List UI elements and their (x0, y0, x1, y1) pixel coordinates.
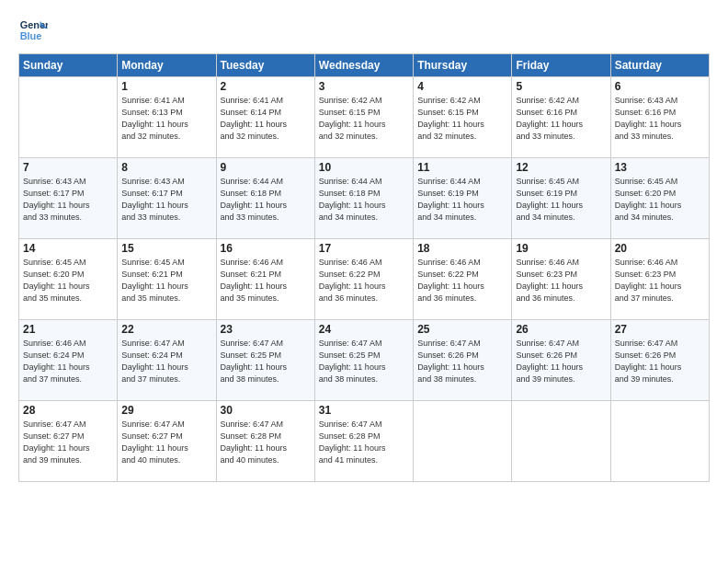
svg-text:General: General (20, 19, 48, 30)
day-info: Sunrise: 6:46 AM Sunset: 6:23 PM Dayligh… (516, 257, 606, 304)
day-number: 2 (221, 80, 311, 93)
calendar-cell: 24Sunrise: 6:47 AM Sunset: 6:25 PM Dayli… (314, 320, 413, 401)
day-info: Sunrise: 6:46 AM Sunset: 6:21 PM Dayligh… (221, 257, 311, 304)
day-info: Sunrise: 6:42 AM Sunset: 6:16 PM Dayligh… (516, 95, 606, 143)
logo: General Blue (18, 15, 51, 44)
calendar-cell: 8Sunrise: 6:43 AM Sunset: 6:17 PM Daylig… (118, 158, 216, 239)
day-info: Sunrise: 6:47 AM Sunset: 6:26 PM Dayligh… (417, 338, 507, 385)
day-number: 15 (121, 242, 211, 255)
header-cell-thursday: Thursday (414, 54, 512, 77)
calendar-cell: 22Sunrise: 6:47 AM Sunset: 6:24 PM Dayli… (118, 320, 216, 401)
day-info: Sunrise: 6:42 AM Sunset: 6:15 PM Dayligh… (417, 95, 507, 143)
day-number: 30 (221, 404, 311, 417)
day-info: Sunrise: 6:43 AM Sunset: 6:16 PM Dayligh… (615, 95, 705, 143)
day-info: Sunrise: 6:47 AM Sunset: 6:28 PM Dayligh… (221, 419, 311, 466)
calendar-cell: 26Sunrise: 6:47 AM Sunset: 6:26 PM Dayli… (512, 320, 610, 401)
calendar-cell (512, 401, 610, 482)
calendar-cell: 6Sunrise: 6:43 AM Sunset: 6:16 PM Daylig… (610, 77, 709, 158)
day-info: Sunrise: 6:47 AM Sunset: 6:25 PM Dayligh… (319, 338, 409, 385)
calendar-cell: 30Sunrise: 6:47 AM Sunset: 6:28 PM Dayli… (216, 401, 314, 482)
calendar-cell: 11Sunrise: 6:44 AM Sunset: 6:19 PM Dayli… (414, 158, 512, 239)
header-cell-saturday: Saturday (610, 54, 709, 77)
day-number: 23 (221, 323, 311, 336)
calendar-cell: 29Sunrise: 6:47 AM Sunset: 6:27 PM Dayli… (118, 401, 216, 482)
day-info: Sunrise: 6:42 AM Sunset: 6:15 PM Dayligh… (319, 95, 409, 143)
day-number: 12 (516, 161, 606, 174)
header-cell-sunday: Sunday (19, 54, 118, 77)
day-number: 29 (121, 404, 211, 417)
day-number: 28 (23, 404, 113, 417)
day-info: Sunrise: 6:44 AM Sunset: 6:18 PM Dayligh… (221, 176, 311, 224)
calendar-cell: 27Sunrise: 6:47 AM Sunset: 6:26 PM Dayli… (610, 320, 709, 401)
day-info: Sunrise: 6:45 AM Sunset: 6:19 PM Dayligh… (516, 176, 606, 224)
calendar-table: SundayMondayTuesdayWednesdayThursdayFrid… (18, 53, 710, 482)
day-info: Sunrise: 6:41 AM Sunset: 6:14 PM Dayligh… (221, 95, 311, 143)
day-number: 21 (23, 323, 113, 336)
day-number: 25 (417, 323, 507, 336)
calendar-cell: 7Sunrise: 6:43 AM Sunset: 6:17 PM Daylig… (19, 158, 118, 239)
day-number: 16 (221, 242, 311, 255)
day-number: 11 (417, 161, 507, 174)
day-info: Sunrise: 6:45 AM Sunset: 6:20 PM Dayligh… (23, 257, 113, 304)
calendar-cell: 4Sunrise: 6:42 AM Sunset: 6:15 PM Daylig… (414, 77, 512, 158)
calendar-cell: 21Sunrise: 6:46 AM Sunset: 6:24 PM Dayli… (19, 320, 118, 401)
day-number: 7 (23, 161, 113, 174)
calendar-cell: 2Sunrise: 6:41 AM Sunset: 6:14 PM Daylig… (216, 77, 314, 158)
day-info: Sunrise: 6:45 AM Sunset: 6:21 PM Dayligh… (121, 257, 211, 304)
calendar-cell: 10Sunrise: 6:44 AM Sunset: 6:18 PM Dayli… (314, 158, 413, 239)
week-row-2: 7Sunrise: 6:43 AM Sunset: 6:17 PM Daylig… (19, 158, 710, 239)
calendar-cell: 14Sunrise: 6:45 AM Sunset: 6:20 PM Dayli… (19, 239, 118, 320)
day-info: Sunrise: 6:43 AM Sunset: 6:17 PM Dayligh… (23, 176, 113, 224)
day-info: Sunrise: 6:43 AM Sunset: 6:17 PM Dayligh… (121, 176, 211, 224)
week-row-1: 1Sunrise: 6:41 AM Sunset: 6:13 PM Daylig… (19, 77, 710, 158)
week-row-3: 14Sunrise: 6:45 AM Sunset: 6:20 PM Dayli… (19, 239, 710, 320)
calendar-cell: 16Sunrise: 6:46 AM Sunset: 6:21 PM Dayli… (216, 239, 314, 320)
svg-text:Blue: Blue (20, 30, 42, 41)
day-info: Sunrise: 6:44 AM Sunset: 6:19 PM Dayligh… (417, 176, 507, 224)
day-info: Sunrise: 6:47 AM Sunset: 6:28 PM Dayligh… (319, 419, 409, 466)
day-info: Sunrise: 6:41 AM Sunset: 6:13 PM Dayligh… (121, 95, 211, 143)
calendar-header-row: SundayMondayTuesdayWednesdayThursdayFrid… (19, 54, 710, 77)
calendar-cell: 23Sunrise: 6:47 AM Sunset: 6:25 PM Dayli… (216, 320, 314, 401)
header: General Blue (18, 15, 710, 44)
calendar-cell: 17Sunrise: 6:46 AM Sunset: 6:22 PM Dayli… (314, 239, 413, 320)
calendar-cell: 12Sunrise: 6:45 AM Sunset: 6:19 PM Dayli… (512, 158, 610, 239)
day-info: Sunrise: 6:47 AM Sunset: 6:26 PM Dayligh… (516, 338, 606, 385)
header-cell-tuesday: Tuesday (216, 54, 314, 77)
day-number: 14 (23, 242, 113, 255)
day-number: 24 (319, 323, 409, 336)
calendar-cell (19, 77, 118, 158)
day-info: Sunrise: 6:46 AM Sunset: 6:22 PM Dayligh… (417, 257, 507, 304)
calendar-cell: 20Sunrise: 6:46 AM Sunset: 6:23 PM Dayli… (610, 239, 709, 320)
day-number: 4 (417, 80, 507, 93)
day-info: Sunrise: 6:44 AM Sunset: 6:18 PM Dayligh… (319, 176, 409, 224)
day-info: Sunrise: 6:46 AM Sunset: 6:24 PM Dayligh… (23, 338, 113, 385)
header-cell-monday: Monday (118, 54, 216, 77)
day-info: Sunrise: 6:47 AM Sunset: 6:27 PM Dayligh… (121, 419, 211, 466)
day-number: 9 (221, 161, 311, 174)
day-info: Sunrise: 6:46 AM Sunset: 6:23 PM Dayligh… (615, 257, 705, 304)
day-number: 26 (516, 323, 606, 336)
day-number: 13 (615, 161, 705, 174)
calendar-cell (414, 401, 512, 482)
day-number: 22 (121, 323, 211, 336)
day-info: Sunrise: 6:46 AM Sunset: 6:22 PM Dayligh… (319, 257, 409, 304)
day-number: 10 (319, 161, 409, 174)
day-number: 20 (615, 242, 705, 255)
day-info: Sunrise: 6:47 AM Sunset: 6:25 PM Dayligh… (221, 338, 311, 385)
logo-icon: General Blue (18, 15, 48, 44)
calendar-cell: 15Sunrise: 6:45 AM Sunset: 6:21 PM Dayli… (118, 239, 216, 320)
calendar-cell: 13Sunrise: 6:45 AM Sunset: 6:20 PM Dayli… (610, 158, 709, 239)
calendar-cell: 19Sunrise: 6:46 AM Sunset: 6:23 PM Dayli… (512, 239, 610, 320)
day-number: 27 (615, 323, 705, 336)
day-number: 1 (121, 80, 211, 93)
day-number: 8 (121, 161, 211, 174)
week-row-4: 21Sunrise: 6:46 AM Sunset: 6:24 PM Dayli… (19, 320, 710, 401)
day-number: 5 (516, 80, 606, 93)
day-number: 31 (319, 404, 409, 417)
calendar-cell: 31Sunrise: 6:47 AM Sunset: 6:28 PM Dayli… (314, 401, 413, 482)
header-cell-friday: Friday (512, 54, 610, 77)
calendar-cell: 28Sunrise: 6:47 AM Sunset: 6:27 PM Dayli… (19, 401, 118, 482)
day-number: 18 (417, 242, 507, 255)
day-number: 17 (319, 242, 409, 255)
